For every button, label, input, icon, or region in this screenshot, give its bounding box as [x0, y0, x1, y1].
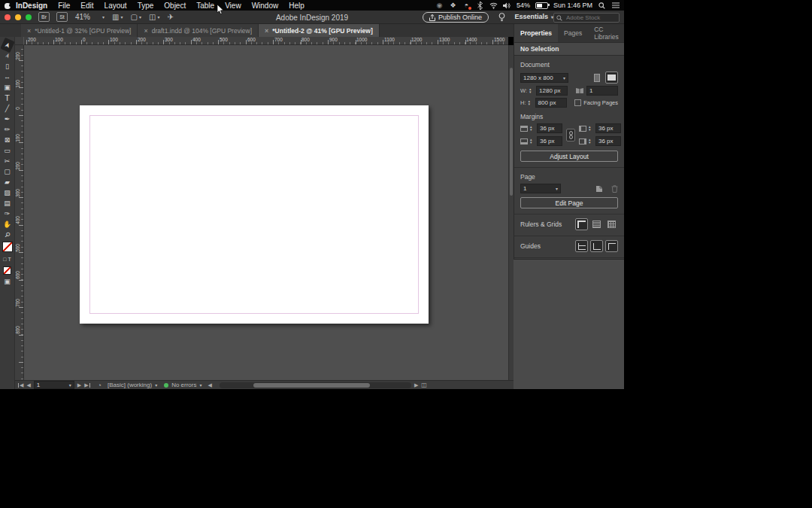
scrollbar-thumb[interactable] [510, 68, 513, 196]
tab-pages[interactable]: Pages [558, 24, 588, 42]
menu-object[interactable]: Object [159, 2, 191, 10]
add-page-button[interactable] [595, 185, 603, 193]
margin-bottom-field[interactable]: 36 px [537, 136, 562, 146]
adjust-layout-button[interactable]: Adjust Layout [520, 151, 618, 162]
page-size-dropdown[interactable]: 1280 x 800 ▾ [520, 73, 568, 83]
menu-type[interactable]: Type [132, 2, 159, 10]
delete-page-button[interactable] [611, 185, 618, 193]
page-select-dropdown[interactable]: 1 ▾ [520, 184, 561, 193]
zoom-window-button[interactable] [26, 14, 32, 20]
menu-clock[interactable]: Sun 1:46 PM [553, 2, 592, 9]
gradient-swatch-tool[interactable]: ▰ [2, 177, 14, 187]
margin-left-field[interactable]: 36 px [595, 123, 621, 133]
arrange-documents-dropdown[interactable]: ◫ ▾ [149, 13, 159, 21]
line-tool[interactable]: ╱ [2, 103, 14, 114]
scroll-left-arrow[interactable]: ◀ [208, 382, 212, 388]
menu-window[interactable]: Window [247, 2, 284, 10]
creative-cloud-icon[interactable]: ◓ [462, 2, 471, 10]
formatting-affects-controls[interactable]: □ T [2, 254, 14, 264]
screen-mode-dropdown[interactable]: ▢ ▾ [131, 13, 141, 21]
vertical-ruler[interactable]: 200 100 0 100 200 300 400 500 600 700 80… [15, 45, 24, 380]
width-stepper[interactable]: ▴▾ [529, 88, 534, 93]
screen-record-icon[interactable]: ◉ [435, 2, 444, 10]
margin-left-stepper[interactable]: ▴▾ [589, 126, 593, 131]
margin-bottom-stepper[interactable]: ▴▾ [530, 138, 535, 144]
publish-online-button[interactable]: Publish Online [423, 12, 489, 23]
edit-page-button[interactable]: Edit Page [520, 197, 618, 208]
menu-table[interactable]: Table [191, 2, 220, 10]
zoom-level-dropdown[interactable]: 41% ▾ [75, 13, 105, 21]
page-tool[interactable]: ▯ [2, 61, 14, 71]
document-page[interactable] [80, 105, 429, 324]
chevron-down-icon[interactable]: ▾ [199, 382, 201, 388]
ruler-origin-box[interactable] [15, 37, 24, 45]
volume-icon[interactable] [503, 2, 511, 10]
last-page-button[interactable]: ▶ [84, 382, 89, 388]
type-tool[interactable]: T [2, 93, 14, 103]
width-field[interactable]: 1280 px [536, 86, 568, 96]
stock-search-input[interactable] [565, 14, 616, 22]
close-icon[interactable]: × [265, 27, 268, 35]
baseline-grid-button[interactable] [590, 218, 603, 230]
vertical-scrollbar[interactable] [508, 45, 514, 380]
close-icon[interactable]: × [27, 27, 31, 35]
margin-top-stepper[interactable]: ▴▾ [530, 126, 535, 131]
bridge-button[interactable]: Br [38, 12, 50, 22]
doc-tab-untitled1[interactable]: × *Untitled-1 @ 32% [GPU Preview] [21, 24, 138, 37]
orientation-portrait-button[interactable] [590, 71, 603, 84]
doc-tab-untitled2-active[interactable]: × *Untitled-2 @ 41% [GPU Preview] [259, 24, 380, 37]
adobe-stock-search[interactable] [553, 13, 620, 23]
minimize-window-button[interactable] [15, 14, 21, 20]
spotlight-search-icon[interactable] [598, 2, 606, 10]
tab-cc-libraries[interactable]: CC Libraries [588, 24, 625, 42]
show-rulers-button[interactable] [575, 218, 588, 230]
height-field[interactable]: 800 px [535, 98, 567, 108]
next-page-button[interactable]: ▶ [77, 382, 81, 388]
bluetooth-icon[interactable] [476, 2, 484, 10]
first-page-button[interactable]: ◀ [18, 382, 23, 388]
gpu-performance-icon[interactable]: ✈ [167, 13, 173, 21]
note-tool[interactable]: ▤ [2, 198, 14, 208]
tab-properties[interactable]: Properties [514, 24, 558, 42]
content-collector-tool[interactable]: ▣ [2, 82, 14, 93]
height-stepper[interactable]: ▴▾ [529, 100, 533, 105]
pen-tool[interactable]: ✒ [2, 114, 14, 124]
apply-none-button[interactable] [2, 264, 14, 276]
menu-help[interactable]: Help [283, 2, 310, 10]
document-grid-button[interactable] [605, 218, 618, 230]
pasteboard[interactable] [24, 45, 508, 380]
smart-guides-button[interactable] [605, 240, 618, 252]
gap-tool[interactable]: ↔ [2, 71, 14, 82]
wifi-icon[interactable] [489, 2, 498, 10]
view-options-dropdown[interactable]: ▥ ▾ [112, 13, 123, 21]
free-transform-tool[interactable]: ▢ [2, 166, 14, 177]
lock-guides-button[interactable] [590, 240, 603, 252]
preflight-profile[interactable]: [Basic] (working) [108, 382, 152, 388]
chevron-down-icon[interactable]: ▾ [155, 382, 157, 388]
margin-right-field[interactable]: 36 px [595, 136, 621, 146]
eyedropper-tool[interactable]: ✑ [2, 208, 14, 219]
doc-tab-draft1[interactable]: × draft1.indd @ 104% [GPU Preview] [138, 24, 259, 37]
dropbox-icon[interactable]: ❖ [449, 2, 457, 10]
horizontal-scrollbar[interactable] [220, 382, 411, 388]
split-window-icon[interactable]: ◫ [421, 382, 427, 388]
scrollbar-thumb[interactable] [253, 383, 370, 388]
link-margins-button[interactable] [566, 129, 575, 141]
margin-right-stepper[interactable]: ▴▾ [589, 138, 593, 144]
pages-count-field[interactable]: 1 [586, 86, 618, 96]
show-guides-button[interactable] [575, 240, 588, 252]
learn-lightbulb-icon[interactable] [498, 13, 505, 22]
rectangle-tool[interactable]: ▭ [2, 145, 14, 156]
facing-pages-checkbox[interactable] [574, 99, 581, 106]
gradient-feather-tool[interactable]: ▨ [2, 187, 14, 198]
scroll-right-arrow[interactable]: ▶ [414, 382, 418, 388]
workspace-switcher[interactable]: Essentials ▾ [514, 13, 553, 20]
page-number-dropdown[interactable]: 1 ▾ [34, 381, 74, 389]
menu-file[interactable]: File [53, 2, 75, 10]
stock-button[interactable]: St [56, 12, 68, 22]
pencil-tool[interactable]: ✏ [2, 124, 14, 135]
menu-layout[interactable]: Layout [99, 2, 132, 10]
horizontal-ruler[interactable]: 200 100 0 100 200 300 400 500 600 700 80… [24, 37, 508, 45]
screen-mode-button[interactable]: ▣ [2, 276, 14, 287]
scissors-tool[interactable]: ✂ [2, 156, 14, 166]
